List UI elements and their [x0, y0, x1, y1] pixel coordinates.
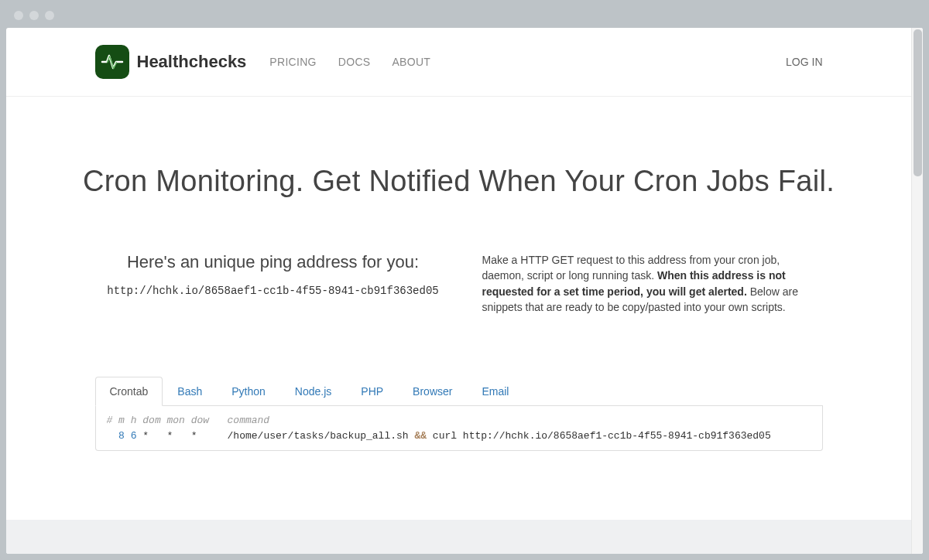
nav-pricing[interactable]: PRICING [269, 56, 316, 68]
tab-python[interactable]: Python [217, 377, 280, 406]
window-close-dot[interactable] [14, 11, 23, 20]
scrollbar-thumb[interactable] [914, 29, 922, 176]
tab-bash[interactable]: Bash [163, 377, 217, 406]
tab-php[interactable]: PHP [346, 377, 398, 406]
tab-nodejs[interactable]: Node.js [280, 377, 346, 406]
ping-url[interactable]: http://hchk.io/8658aef1-cc1b-4f55-8941-c… [95, 285, 451, 297]
description-column: Make a HTTP GET request to this address … [482, 252, 823, 315]
window-minimize-dot[interactable] [29, 11, 39, 20]
browser-window: Healthchecks PRICING DOCS ABOUT LOG IN C… [0, 0, 929, 560]
nav-right: LOG IN [786, 55, 822, 69]
code-command-suffix: curl http://hchk.io/8658aef1-cc1b-4f55-8… [427, 430, 771, 442]
code-block[interactable]: # m h dom mon dow command 8 6 * * * /hom… [95, 406, 823, 451]
nav-links: PRICING DOCS ABOUT [269, 56, 430, 68]
hero-headline: Cron Monitoring. Get Notified When Your … [6, 165, 911, 198]
code-operator: && [414, 430, 427, 442]
navbar: Healthchecks PRICING DOCS ABOUT LOG IN [6, 28, 911, 97]
code-comment: # m h dom mon dow command [107, 415, 270, 426]
code-schedule-rest: * * * [137, 430, 197, 442]
window-controls [6, 6, 923, 28]
ping-column: Here's an unique ping address for you: h… [95, 252, 451, 315]
nav-about[interactable]: ABOUT [392, 56, 430, 68]
two-column-section: Here's an unique ping address for you: h… [95, 252, 823, 315]
ping-heading: Here's an unique ping address for you: [95, 252, 451, 272]
footer-band [6, 520, 923, 554]
code-hour: 6 [131, 430, 137, 442]
brand-name[interactable]: Healthchecks [137, 52, 247, 72]
tab-browser[interactable]: Browser [398, 377, 467, 406]
code-minute: 8 [118, 430, 125, 442]
navbar-inner: Healthchecks PRICING DOCS ABOUT LOG IN [95, 45, 823, 79]
code-command-prefix: /home/user/tasks/backup_all.sh [197, 430, 415, 442]
tab-crontab[interactable]: Crontab [95, 377, 163, 406]
tab-email[interactable]: Email [467, 377, 523, 406]
nav-login[interactable]: LOG IN [786, 56, 822, 68]
logo-icon [95, 45, 129, 79]
nav-docs[interactable]: DOCS [338, 56, 371, 68]
page: Healthchecks PRICING DOCS ABOUT LOG IN C… [6, 28, 911, 554]
window-maximize-dot[interactable] [45, 11, 54, 20]
content-frame: Healthchecks PRICING DOCS ABOUT LOG IN C… [6, 28, 923, 554]
hero: Cron Monitoring. Get Notified When Your … [6, 97, 911, 252]
tabs-section: Crontab Bash Python Node.js PHP Browser … [95, 377, 823, 451]
scrollbar-track[interactable] [911, 28, 923, 554]
tabs: Crontab Bash Python Node.js PHP Browser … [95, 377, 823, 406]
